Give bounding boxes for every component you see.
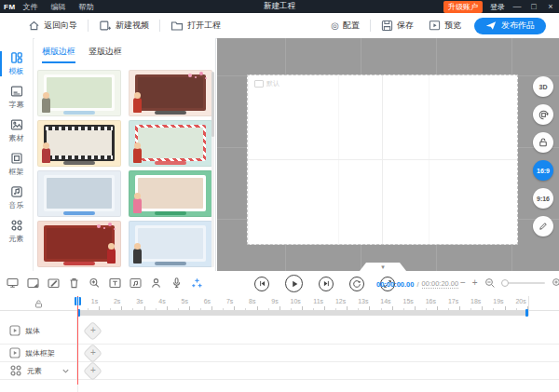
subtitle-icon	[10, 85, 23, 98]
picture-icon[interactable]	[27, 277, 39, 289]
track-lane-element[interactable]: +	[77, 362, 559, 379]
playhead-handle[interactable]	[75, 297, 81, 305]
stage-button-ratio-9-16[interactable]: 9:16	[533, 188, 553, 209]
login-button[interactable]: 登录	[490, 2, 505, 12]
track-lane-media-frame[interactable]: +	[77, 345, 559, 361]
text-box-icon[interactable]	[109, 277, 121, 289]
ruler-tick: 15s	[393, 296, 416, 310]
config-button[interactable]: ◎ 配置	[331, 20, 360, 32]
ruler-tick: 11s	[303, 296, 325, 310]
blossom-decoration	[188, 74, 192, 77]
edit-icon[interactable]	[48, 277, 60, 289]
template-thumbnail-green-baby-frame[interactable]	[129, 170, 212, 217]
template-thumbnail-filmstrip-cream[interactable]	[37, 120, 121, 167]
track-label-text: 媒体	[25, 326, 40, 336]
thumbnail-caption	[63, 262, 95, 265]
zoom-icon[interactable]	[89, 277, 101, 289]
ruler-tick-label: 11s	[313, 298, 323, 304]
stage-button-rotate[interactable]	[533, 104, 553, 125]
skip-back-button[interactable]	[254, 277, 269, 291]
template-panel: 横版边框竖版边框	[34, 38, 216, 271]
total-duration[interactable]: 00:00:20.00	[422, 279, 459, 289]
template-thumbnail-red-chalkboard-blossom[interactable]	[129, 70, 212, 116]
tab-horizontal-border[interactable]: 横版边框	[42, 46, 75, 63]
thumbnail-photo	[47, 228, 112, 259]
zoom-slider[interactable]	[502, 282, 545, 284]
track-label-media-frame: 媒体框架	[0, 345, 77, 361]
panel-scrollbar[interactable]	[211, 72, 214, 267]
save-button[interactable]: 保存	[381, 20, 414, 32]
menu-item-编辑[interactable]: 编辑	[51, 2, 66, 12]
ruler-tick-label: 5s	[182, 298, 188, 304]
template-thumbnail-office-photo-blue[interactable]	[37, 170, 121, 217]
preview-button[interactable]: 预览	[429, 20, 461, 32]
film-strip	[46, 155, 113, 159]
ruler-tick: 3s	[122, 296, 144, 310]
skip-forward-button[interactable]	[319, 277, 334, 291]
timeline-ruler[interactable]: 1s2s3s4s5s6s7s8s9s10s11s12s13s14s15s16s1…	[0, 296, 559, 311]
sidebar-item-frame[interactable]: 框架	[0, 152, 34, 177]
close-button[interactable]: ×	[546, 0, 555, 13]
duration-plus-button[interactable]: +	[472, 277, 478, 290]
add-media-frame-button[interactable]: +	[83, 344, 102, 363]
add-element-button[interactable]: +	[83, 361, 102, 381]
media-track-icon	[9, 347, 20, 358]
person-icon[interactable]	[150, 277, 162, 289]
stage-button-draw[interactable]	[533, 216, 553, 237]
template-thumbnail-christmas-candy-frame[interactable]	[129, 120, 212, 167]
music-box-icon[interactable]	[130, 277, 142, 289]
sidebar-item-music[interactable]: 音乐	[0, 185, 34, 210]
stage-collapse-handle[interactable]: ▾	[360, 263, 406, 271]
maximize-button[interactable]: □	[529, 0, 539, 13]
publish-button[interactable]: 发布作品	[474, 18, 546, 34]
open-project-button[interactable]: 打开工程	[170, 20, 221, 32]
toolbar-right-group: ◎ 配置 保存 预览 发布作品	[331, 18, 546, 34]
template-thumbnail-bamboo-green-frame[interactable]	[37, 70, 121, 116]
ruler-tick-label: 6s	[204, 298, 211, 304]
time-divider: /	[416, 280, 418, 289]
scrollbar-thumb[interactable]	[211, 72, 214, 137]
effects-icon[interactable]	[191, 277, 203, 289]
stage-button-lock[interactable]	[533, 132, 553, 153]
play-button[interactable]	[285, 275, 303, 292]
add-media-button[interactable]: +	[83, 321, 102, 341]
back-to-wizard-button[interactable]: 返回向导	[28, 20, 77, 32]
stage-button-ratio-16-9[interactable]: 16:9	[533, 160, 553, 181]
window-title: 新建工程	[264, 1, 295, 12]
ruler-tick-label: 1s	[91, 298, 98, 304]
mic-icon[interactable]	[170, 277, 183, 289]
ruler-tick-label: 15s	[403, 298, 414, 304]
template-thumbnail-winter-snow-scene[interactable]	[129, 221, 212, 267]
zoom-out-icon[interactable]	[484, 277, 496, 289]
sidebar-item-template[interactable]: 模板	[0, 51, 34, 76]
sidebar-item-element[interactable]: 元素	[0, 219, 34, 244]
template-thumbnail-chinese-newyear-red[interactable]	[37, 221, 121, 267]
zoom-slider-knob[interactable]	[501, 279, 509, 287]
ruler-tick: 16s	[416, 296, 438, 310]
canvas-label-text: 默认	[266, 79, 280, 88]
lock-icon[interactable]	[34, 299, 44, 309]
duration-minus-button[interactable]: −	[460, 277, 466, 290]
timeline-range-bar[interactable]	[77, 310, 528, 316]
stage-canvas[interactable]: 默认	[247, 74, 518, 245]
minimize-button[interactable]: —	[512, 0, 522, 13]
track-list: 媒体+媒体框架+元素+	[0, 318, 559, 380]
save-icon	[381, 20, 393, 32]
tab-vertical-border[interactable]: 竖版边框	[89, 46, 122, 63]
loop-button[interactable]	[349, 277, 364, 291]
sidebar-item-material[interactable]: 素材	[0, 118, 34, 143]
menu-item-文件[interactable]: 文件	[23, 2, 38, 12]
chevron-down-icon[interactable]	[61, 367, 70, 375]
ruler-tick-label: 20s	[515, 298, 525, 304]
zoom-in-icon[interactable]	[552, 277, 559, 289]
track-lane-media[interactable]: +	[77, 318, 559, 344]
screen-icon[interactable]	[7, 277, 19, 289]
thumbnail-photo	[47, 128, 112, 158]
new-video-button[interactable]: 新建视频	[99, 20, 149, 32]
element-icon	[10, 219, 23, 232]
sidebar-item-subtitle[interactable]: 字幕	[0, 85, 34, 110]
upgrade-account-button[interactable]: 升级账户	[443, 1, 483, 13]
menu-item-帮助[interactable]: 帮助	[79, 2, 94, 12]
delete-icon[interactable]	[68, 277, 80, 289]
stage-button-3d[interactable]: 3D	[533, 76, 553, 97]
